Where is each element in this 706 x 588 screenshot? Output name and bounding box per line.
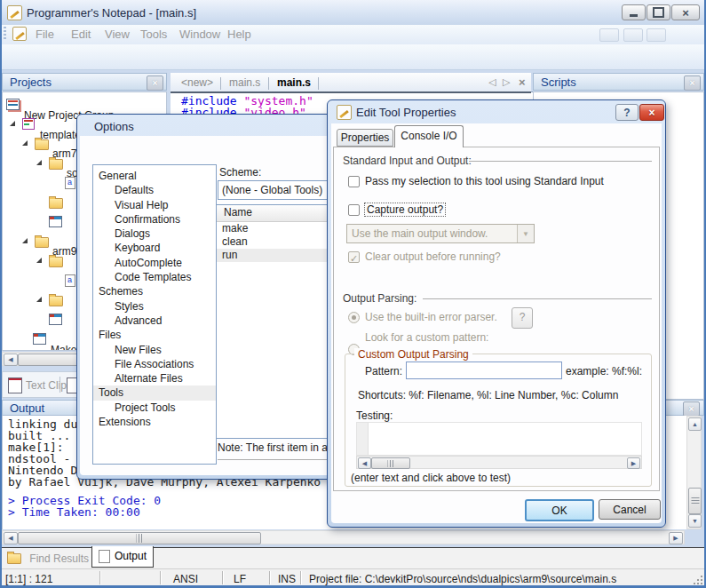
options-tree-item[interactable]: Defaults bbox=[93, 183, 216, 197]
tree-row-label: arm7 bbox=[52, 147, 76, 160]
output-vscrollbar[interactable]: ▲ ▼ bbox=[686, 416, 702, 529]
scroll-right-icon[interactable]: ▶ bbox=[669, 532, 683, 544]
scripts-close-icon[interactable]: × bbox=[684, 75, 701, 91]
options-tree-item[interactable]: Styles bbox=[93, 299, 216, 314]
tree-row[interactable] bbox=[3, 293, 17, 304]
scroll-right-icon[interactable]: ▶ bbox=[627, 457, 640, 469]
menubar-grip[interactable] bbox=[4, 27, 6, 41]
expander-icon[interactable] bbox=[36, 160, 42, 165]
menu-tools[interactable]: Tools bbox=[140, 28, 167, 41]
tab-console-io[interactable]: Console I/O bbox=[394, 125, 464, 147]
mdi-restore-button[interactable] bbox=[623, 28, 643, 42]
options-tree-item[interactable]: Project Tools bbox=[93, 401, 216, 415]
scripts-panel-header: Scripts × bbox=[533, 73, 704, 91]
help-button[interactable]: ? bbox=[615, 104, 639, 121]
output-hscrollbar[interactable]: ◀ ▶ bbox=[2, 530, 685, 544]
window-title: Programmer's Notepad - [main.s] bbox=[27, 6, 196, 20]
expander-icon[interactable] bbox=[10, 121, 15, 126]
minimize-button[interactable] bbox=[622, 4, 646, 20]
tab-mains-active[interactable]: main.s bbox=[277, 76, 311, 89]
menu-edit[interactable]: Edit bbox=[71, 28, 91, 41]
output-window-select: Use the main output window. ▼ bbox=[346, 224, 535, 243]
tree-row[interactable]: Makefile bbox=[3, 332, 16, 344]
app-icon bbox=[7, 5, 22, 20]
options-tree-item[interactable]: Dialogs bbox=[93, 226, 216, 241]
tab-output-label: Output bbox=[115, 550, 147, 562]
mdi-minimize-button[interactable] bbox=[599, 28, 619, 42]
tree-row[interactable] bbox=[3, 215, 16, 226]
document-icon bbox=[12, 27, 27, 41]
menu-help[interactable]: Help bbox=[227, 28, 251, 41]
options-tree-item[interactable]: Code Templates bbox=[93, 270, 216, 284]
tab-close-icon[interactable]: × bbox=[519, 75, 526, 89]
testing-hscrollbar[interactable]: ◀ ▶ bbox=[356, 456, 642, 469]
scroll-down-icon[interactable]: ▼ bbox=[688, 514, 702, 528]
menu-file[interactable]: File bbox=[36, 28, 54, 41]
expander-icon[interactable] bbox=[22, 140, 28, 146]
tab-find-results[interactable]: Find Results bbox=[7, 552, 89, 565]
edit-tool-dialog-client: Properties Console I/O Standard Input an… bbox=[331, 123, 662, 523]
options-tree-item[interactable]: Visual Help bbox=[93, 198, 216, 212]
resize-grip[interactable] bbox=[694, 576, 702, 584]
tab-new[interactable]: <new> bbox=[181, 76, 213, 89]
expander-icon[interactable] bbox=[22, 238, 28, 243]
options-tree-item-selected[interactable]: Tools bbox=[93, 385, 216, 400]
options-tree[interactable]: General Defaults Visual Help Confirmatio… bbox=[92, 164, 217, 465]
options-tree-item[interactable]: Keyboard bbox=[93, 241, 216, 255]
options-tree-item[interactable]: File Associations bbox=[93, 357, 216, 371]
pass-selection-checkbox[interactable] bbox=[348, 176, 360, 187]
cancel-button[interactable]: Cancel bbox=[599, 499, 661, 520]
tree-row[interactable]: template bbox=[3, 117, 15, 129]
tree-row[interactable]: source bbox=[3, 156, 17, 167]
text-clips-icon[interactable] bbox=[8, 377, 22, 393]
tab-scroll-right-icon[interactable]: ▷ bbox=[503, 76, 510, 88]
tree-row[interactable] bbox=[3, 313, 16, 324]
scroll-left-icon[interactable]: ◀ bbox=[4, 532, 18, 544]
projects-close-icon[interactable]: × bbox=[147, 75, 163, 91]
options-tree-item[interactable]: Advanced bbox=[93, 314, 216, 328]
tab-text-clips[interactable]: Text Clips bbox=[26, 379, 72, 392]
maximize-button[interactable] bbox=[647, 4, 670, 20]
options-tree-item[interactable]: AutoComplete bbox=[93, 256, 216, 270]
options-tree-item[interactable]: New Files bbox=[93, 343, 216, 357]
capture-output-label[interactable]: Capture output? bbox=[365, 203, 445, 216]
tree-row[interactable]: arm9 bbox=[3, 234, 17, 245]
scroll-thumb[interactable] bbox=[688, 488, 702, 514]
pattern-input[interactable] bbox=[406, 362, 562, 379]
scroll-thumb[interactable] bbox=[371, 457, 410, 469]
tab-mains-1[interactable]: main.s bbox=[229, 76, 260, 89]
dialog-close-icon[interactable]: × bbox=[639, 104, 664, 121]
scroll-left-icon[interactable]: ◀ bbox=[358, 457, 371, 469]
tree-row[interactable] bbox=[3, 195, 17, 206]
close-button[interactable]: × bbox=[671, 4, 700, 20]
tab-scroll-left-icon[interactable]: ◁ bbox=[488, 76, 496, 88]
expander-icon[interactable] bbox=[36, 258, 42, 263]
testing-area[interactable] bbox=[356, 422, 642, 456]
output-close-icon[interactable]: × bbox=[683, 401, 700, 417]
capture-output-checkbox[interactable] bbox=[348, 204, 360, 216]
status-separator bbox=[269, 571, 270, 584]
ok-button[interactable]: OK bbox=[525, 499, 594, 521]
options-tree-item[interactable]: Files bbox=[93, 328, 216, 342]
tree-row[interactable] bbox=[3, 254, 17, 265]
tree-row[interactable]: arm7 bbox=[3, 137, 17, 147]
options-tree-item[interactable]: Alternate Files bbox=[93, 371, 216, 385]
tree-row[interactable] bbox=[3, 176, 13, 188]
scroll-thumb[interactable] bbox=[18, 532, 261, 544]
options-tree-item[interactable]: Confirmations bbox=[93, 212, 216, 226]
menu-window[interactable]: Window bbox=[179, 28, 220, 41]
tab-properties[interactable]: Properties bbox=[337, 129, 393, 147]
options-tree-item[interactable]: Schemes bbox=[93, 284, 216, 298]
tree-row[interactable] bbox=[3, 274, 13, 286]
scroll-up-icon[interactable]: ▲ bbox=[688, 417, 702, 431]
tree-row[interactable]: New Project Group bbox=[3, 98, 16, 109]
menu-view[interactable]: View bbox=[105, 28, 130, 41]
tab-output[interactable]: Output bbox=[91, 546, 154, 568]
app-file-icon bbox=[49, 314, 62, 325]
options-tree-item[interactable]: General bbox=[93, 169, 216, 183]
mdi-close-button[interactable] bbox=[647, 28, 666, 42]
pass-selection-label[interactable]: Pass my selection to this tool using Sta… bbox=[365, 175, 604, 187]
expander-icon[interactable] bbox=[36, 297, 42, 302]
options-tree-item[interactable]: Extensions bbox=[93, 415, 216, 429]
scroll-left-icon[interactable]: ◀ bbox=[4, 354, 18, 366]
